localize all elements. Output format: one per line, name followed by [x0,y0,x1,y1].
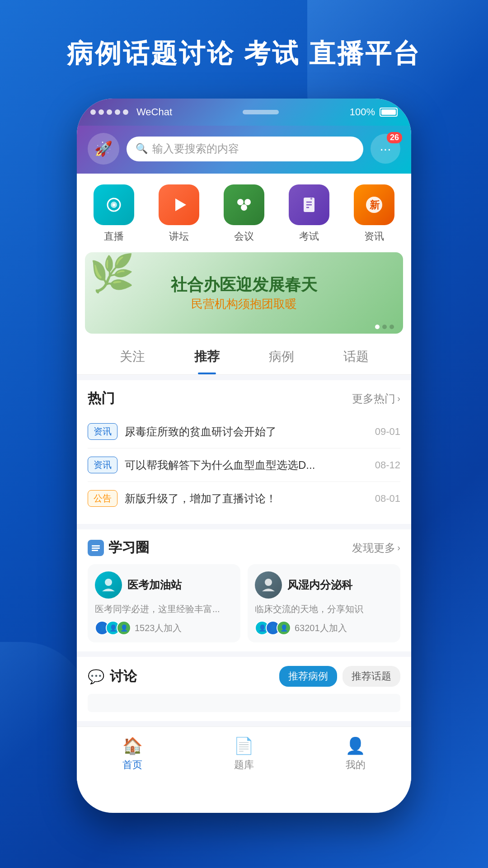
circle-avatar-2 [255,571,282,599]
svg-rect-14 [92,545,100,547]
banner-dot-2 [382,325,387,329]
svg-rect-15 [92,547,100,549]
notification-icon: ··· [380,141,391,156]
learning-circles: 医考加油站 医考同学必进，这里经验丰富... 👤 👤 👤 1523人加入 [88,564,400,642]
nav-label-zixun: 资讯 [364,230,384,243]
status-dot-1 [90,109,96,115]
learning-section-more[interactable]: 发现更多 › [352,541,400,555]
status-dot-3 [107,109,112,115]
circle-footer-1: 👤 👤 👤 1523人加入 [95,621,233,635]
circle-card-1[interactable]: 医考加油站 医考同学必进，这里经验丰富... 👤 👤 👤 1523人加入 [88,564,240,642]
nav-icon-luntan [159,184,199,225]
bottom-nav-profile[interactable]: 👤 我的 [345,736,366,772]
circle-header-2: 风湿内分泌科 [255,571,393,599]
hot-item-2[interactable]: 资讯 可以帮我解答下为什么血型血型选选D... 08-12 [88,448,400,482]
disc-tab-cases[interactable]: 推荐病例 [279,666,337,687]
nav-item-huiyi[interactable]: 会议 [224,184,264,243]
content-tabs: 关注 推荐 病例 话题 [77,337,411,375]
member-avatars-1: 👤 👤 👤 [95,621,131,635]
disc-tab-topics[interactable]: 推荐话题 [343,666,400,687]
status-dot-5 [123,109,128,115]
nav-icon-huiyi [224,184,264,225]
hot-section-title: 热门 [88,389,115,408]
phone-frame: WeChat 100% 🚀 🔍 输入要搜索的内容 ··· 26 直播 [77,99,411,813]
tab-recommend[interactable]: 推荐 [169,337,244,374]
member-count-2: 63201人加入 [295,622,347,634]
discussion-title: 💬 讨论 [88,667,137,686]
circle-name-1: 医考加油站 [127,578,182,592]
header: 🚀 🔍 输入要搜索的内容 ··· 26 [77,126,411,174]
discussion-section: 💬 讨论 推荐病例 推荐话题 [77,657,411,721]
svg-point-17 [105,579,112,586]
banner-main-text: 社合办医迎发展春天 [171,274,317,296]
nav-label-zibo: 直播 [104,230,124,243]
learning-section-icon [88,540,104,556]
nav-item-zixun[interactable]: 新 资讯 [354,184,394,243]
tab-cases[interactable]: 病例 [244,337,319,374]
banner-text: 社合办医迎发展春天 民营机构须抱团取暖 [171,274,317,312]
hot-date-3: 08-01 [375,493,400,505]
circle-desc-1: 医考同学必进，这里经验丰富... [95,603,233,615]
circle-name-2: 风湿内分泌科 [287,578,352,592]
nav-icons: 直播 讲坛 会议 + 考试 新 资讯 [77,174,411,252]
svg-text:新: 新 [370,199,380,211]
battery-fill [381,109,396,115]
logo-icon: 🚀 [94,140,113,157]
svg-point-6 [241,204,247,211]
banner[interactable]: 🌿 社合办医迎发展春天 民营机构须抱团取暖 [85,252,403,334]
hot-section-header: 热门 更多热门 › [88,389,400,408]
circle-card-2[interactable]: 风湿内分泌科 临床交流的天地，分享知识 👤 👤 👤 63201人加入 [248,564,400,642]
svg-rect-16 [92,550,98,551]
hot-date-1: 09-01 [375,426,400,438]
hot-item-1[interactable]: 资讯 尿毒症所致的贫血研讨会开始了 09-01 [88,415,400,448]
tab-topics[interactable]: 话题 [319,337,393,374]
app-name: WeChat [136,106,172,118]
nav-item-luntan[interactable]: 讲坛 [159,184,199,243]
search-icon: 🔍 [136,143,148,155]
bottom-nav: 🏠 首页 📄 题库 👤 我的 [77,726,411,781]
more-chevron: › [397,393,400,404]
nav-item-zibo[interactable]: 直播 [94,184,134,243]
nav-label-luntan: 讲坛 [169,230,189,243]
member-count-1: 1523人加入 [135,622,182,634]
hot-section-more[interactable]: 更多热门 › [352,392,400,406]
questions-icon: 📄 [234,736,254,755]
bottom-nav-questions[interactable]: 📄 题库 [234,736,254,772]
notification-badge: 26 [387,132,402,143]
circle-desc-2: 临床交流的天地，分享知识 [255,603,393,615]
hot-text-1: 尿毒症所致的贫血研讨会开始了 [125,425,368,439]
status-dot-4 [115,109,120,115]
nav-icon-zixun: 新 [354,184,394,225]
hot-date-2: 08-12 [375,459,400,471]
nav-item-kaoshi[interactable]: + 考试 [289,184,329,243]
circle-footer-2: 👤 👤 👤 63201人加入 [255,621,393,635]
profile-icon: 👤 [345,736,366,755]
hot-item-3[interactable]: 公告 新版升级了，增加了直播讨论！ 08-01 [88,482,400,515]
notification-button[interactable]: ··· 26 [371,134,400,164]
nav-icon-zibo [94,184,134,225]
learning-section-header: 学习圈 发现更多 › [88,538,400,557]
learning-section: 学习圈 发现更多 › 医考加油站 医考同学必进，这里经验丰富... [77,529,411,651]
hot-section: 热门 更多热门 › 资讯 尿毒症所致的贫血研讨会开始了 09-01 资讯 可以帮… [77,380,411,524]
circle-header-1: 医考加油站 [95,571,233,599]
battery-icon [380,108,398,117]
learning-section-title: 学习圈 [108,538,149,557]
bottom-nav-home[interactable]: 🏠 首页 [122,736,143,772]
content-area: 热门 更多热门 › 资讯 尿毒症所致的贫血研讨会开始了 09-01 资讯 可以帮… [77,375,411,726]
profile-label: 我的 [346,758,366,772]
home-label: 首页 [122,758,142,772]
svg-point-4 [237,199,244,205]
search-bar[interactable]: 🔍 输入要搜索的内容 [127,137,363,161]
banner-dots [375,325,394,329]
svg-marker-3 [175,198,186,211]
discussion-content [88,694,400,712]
svg-point-18 [265,579,272,586]
questions-label: 题库 [234,758,254,772]
tab-follow[interactable]: 关注 [95,337,169,374]
banner-sub-text: 民营机构须抱团取暖 [171,296,317,312]
nav-label-huiyi: 会议 [234,230,254,243]
status-right: 100% [350,106,398,118]
header-logo[interactable]: 🚀 [88,133,119,165]
battery-text: 100% [350,106,375,118]
search-placeholder: 输入要搜索的内容 [152,142,239,156]
